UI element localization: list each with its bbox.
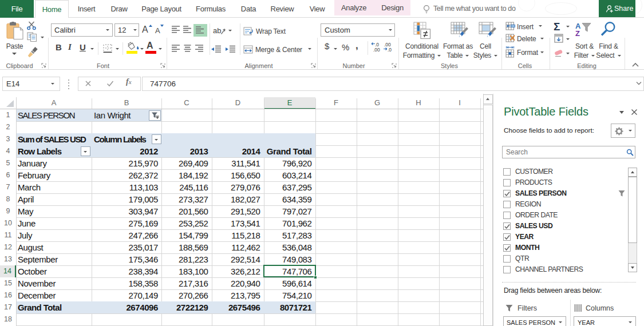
svg-text:.0: .0: [388, 47, 392, 53]
svg-text:Z: Z: [575, 29, 580, 38]
svg-text:ab: ab: [213, 26, 221, 35]
svg-text:.00: .00: [373, 47, 380, 53]
